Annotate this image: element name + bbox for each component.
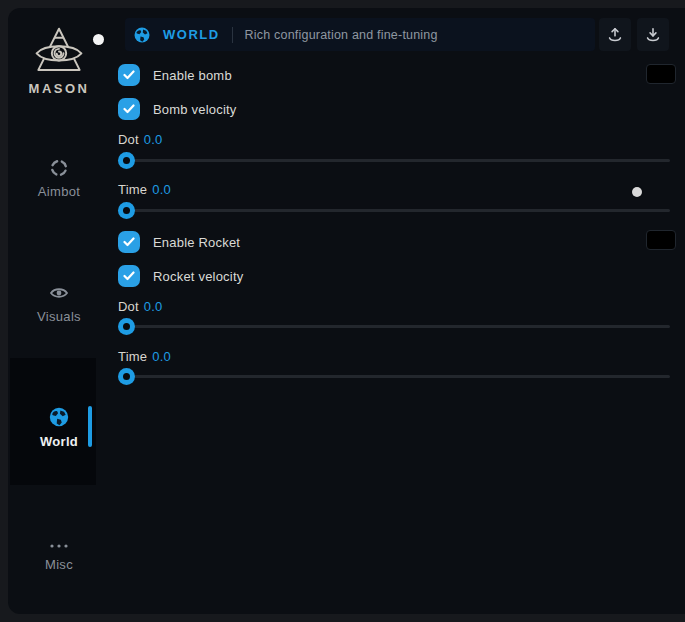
bomb-velocity-checkbox[interactable] [118,98,140,120]
sidebar-item-label: Misc [8,557,110,572]
sidebar: MASON Aimbot Visuals [8,8,117,614]
slider-label-text: Dot [118,132,139,147]
enable-bomb-checkbox[interactable] [118,64,140,86]
checkbox-label: Enable bomb [153,68,232,83]
slider-track[interactable] [119,159,670,162]
bomb-time-slider[interactable] [118,202,670,219]
brand-text: MASON [26,81,92,96]
sidebar-item-label: World [8,434,110,449]
page-title: WORLD [163,27,220,42]
cursor-dot-2 [632,187,642,197]
eye-icon [49,283,69,303]
slider-value: 0.0 [144,132,163,147]
bomb-dot-slider-label: Dot0.0 [118,132,163,147]
sidebar-item-visuals[interactable]: Visuals [8,283,110,324]
enable-rocket-row: Enable Rocket [118,231,240,253]
rocket-velocity-checkbox[interactable] [118,265,140,287]
sidebar-item-label: Visuals [8,309,110,324]
slider-handle[interactable] [118,152,135,169]
slider-label-text: Time [118,182,147,197]
check-icon [123,70,135,80]
download-config-button[interactable] [637,18,669,51]
checkbox-label: Bomb velocity [153,102,237,117]
checkbox-label: Rocket velocity [153,269,243,284]
slider-track[interactable] [119,209,670,212]
slider-value: 0.0 [152,182,171,197]
checkbox-label: Enable Rocket [153,235,240,250]
check-icon [123,271,135,281]
header-divider [232,27,233,43]
bomb-velocity-row: Bomb velocity [118,98,237,120]
active-indicator-bar [88,406,92,447]
upload-config-button[interactable] [599,18,631,51]
check-icon [123,104,135,114]
screen: MASON Aimbot Visuals [0,0,685,622]
globe-icon [133,26,151,44]
slider-label-text: Time [118,349,147,364]
slider-value: 0.0 [144,299,163,314]
rocket-time-slider[interactable] [118,368,670,385]
bomb-color-swatch[interactable] [646,64,676,84]
enable-bomb-row: Enable bomb [118,64,232,86]
slider-handle[interactable] [118,318,135,335]
rocket-dot-slider[interactable] [118,318,670,335]
page-subtitle: Rich configuration and fine-tuning [245,28,438,42]
sidebar-item-world[interactable]: World [8,406,110,449]
rocket-dot-slider-label: Dot0.0 [118,299,163,314]
bomb-dot-slider[interactable] [118,152,670,169]
mason-window: MASON Aimbot Visuals [8,8,685,614]
crosshair-icon [49,158,69,178]
bomb-time-slider-label: Time0.0 [118,182,171,197]
sidebar-item-label: Aimbot [8,184,110,199]
rocket-color-swatch[interactable] [646,230,676,250]
slider-handle[interactable] [118,368,135,385]
tab-header: WORLD Rich configuration and fine-tuning [125,18,595,51]
slider-label-text: Dot [118,299,139,314]
sidebar-item-misc[interactable]: Misc [8,541,110,572]
sidebar-item-aimbot[interactable]: Aimbot [8,158,110,199]
pyramid-eye-icon [32,26,86,78]
rocket-time-slider-label: Time0.0 [118,349,171,364]
upload-icon [605,25,625,45]
cursor-dot [93,34,104,45]
globe-icon [48,406,70,428]
download-icon [643,25,663,45]
slider-value: 0.0 [152,349,171,364]
enable-rocket-checkbox[interactable] [118,231,140,253]
slider-track[interactable] [119,375,670,378]
slider-track[interactable] [119,325,670,328]
slider-handle[interactable] [118,202,135,219]
check-icon [123,237,135,247]
rocket-velocity-row: Rocket velocity [118,265,243,287]
ellipsis-icon [48,541,70,551]
mason-logo: MASON [26,26,92,96]
